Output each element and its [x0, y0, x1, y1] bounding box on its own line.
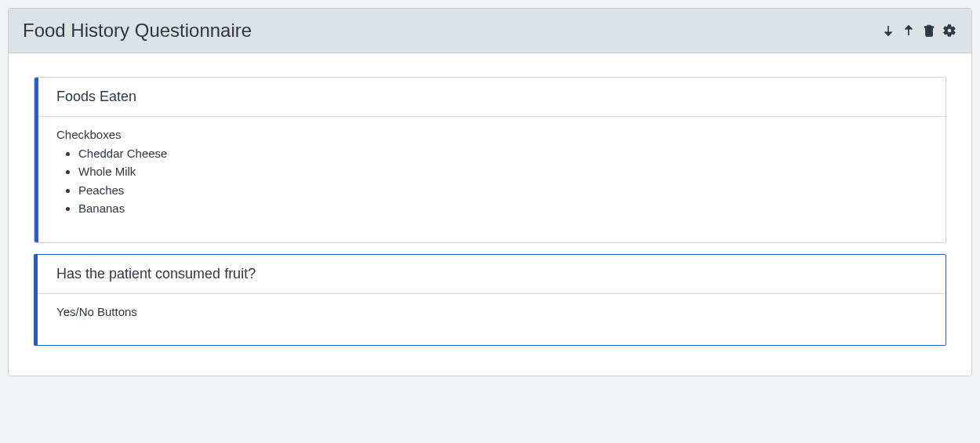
input-type-label: Yes/No Buttons — [56, 305, 933, 318]
question-card[interactable]: Foods Eaten Checkboxes Cheddar Cheese Wh… — [34, 77, 946, 243]
panel-title: Food History Questionnaire — [23, 20, 880, 42]
accent-stripe — [34, 254, 38, 346]
list-item: Bananas — [78, 199, 933, 217]
list-item: Whole Milk — [78, 162, 933, 180]
list-item: Cheddar Cheese — [78, 144, 933, 162]
questionnaire-panel: Food History Questionnaire Foods Eaten C… — [8, 8, 972, 376]
question-title: Has the patient consumed fruit? — [34, 255, 946, 294]
settings-icon[interactable] — [942, 23, 957, 38]
accent-stripe — [34, 78, 38, 242]
panel-actions — [880, 23, 957, 38]
input-type-label: Checkboxes — [56, 128, 933, 141]
panel-header: Food History Questionnaire — [9, 9, 971, 53]
delete-icon[interactable] — [921, 23, 937, 38]
move-up-icon[interactable] — [901, 23, 916, 38]
question-title: Foods Eaten — [34, 78, 946, 117]
checkbox-options-list: Cheddar Cheese Whole Milk Peaches Banana… — [56, 144, 933, 217]
question-body: Checkboxes Cheddar Cheese Whole Milk Pea… — [34, 117, 946, 242]
list-item: Peaches — [78, 181, 933, 199]
question-body: Yes/No Buttons — [34, 294, 946, 345]
move-down-icon[interactable] — [880, 23, 896, 38]
question-card[interactable]: Has the patient consumed fruit? Yes/No B… — [34, 254, 946, 346]
panel-body: Foods Eaten Checkboxes Cheddar Cheese Wh… — [9, 53, 971, 376]
